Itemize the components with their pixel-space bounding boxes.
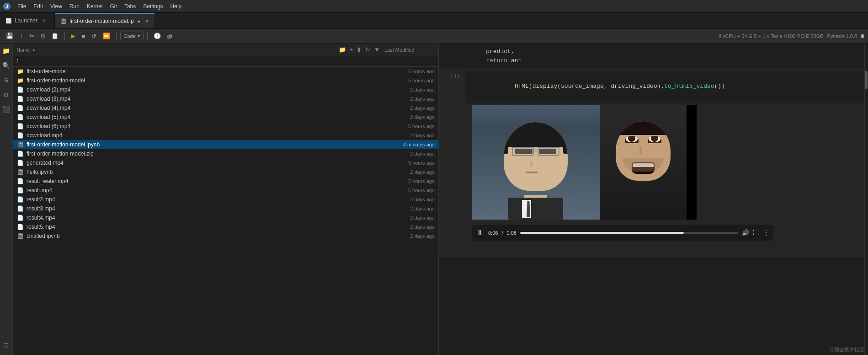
- tab-bar: ⬜ Launcher ✕ 📓 first-order-motion-model.…: [0, 13, 868, 29]
- menu-run[interactable]: Run: [66, 2, 83, 11]
- output-code-line: HTML(display(source_image, driving_video…: [466, 71, 864, 103]
- file-name-14: result2.mp4: [27, 196, 384, 203]
- video-time-separator: /: [501, 230, 503, 236]
- video-more-btn[interactable]: ⋮: [762, 228, 770, 237]
- stop-button[interactable]: ■: [80, 31, 88, 41]
- refresh-btn[interactable]: ↻: [364, 45, 371, 54]
- property-icon-btn[interactable]: ⬛: [1, 104, 12, 115]
- menu-settings[interactable]: Settings: [139, 2, 166, 11]
- menu-tabs[interactable]: Tabs: [121, 2, 139, 11]
- file-item-18[interactable]: 📓 Untitled.ipynb 2 days ago: [13, 231, 438, 241]
- file-name-12: result_water.mp4: [27, 178, 384, 184]
- tab-notebook[interactable]: 📓 first-order-motion-model.ip ● ✕: [55, 13, 155, 28]
- file-item-15[interactable]: 📄 result3.mp4 2 days ago: [13, 204, 438, 213]
- file-item-7[interactable]: 📄 download.mp4 2 days ago: [13, 131, 438, 140]
- paste-button[interactable]: 📋: [49, 31, 61, 41]
- output-content: HTML(display(source_image, driving_video…: [466, 71, 864, 255]
- file-modified-2: 2 days ago: [384, 87, 435, 92]
- git-icon-btn[interactable]: G: [1, 75, 12, 86]
- file-item-13[interactable]: 📄 result.mp4 5 hours ago: [13, 186, 438, 195]
- notebook-area: predict, return ani [2]: HTML(display(so…: [439, 43, 864, 355]
- file-item-11[interactable]: 📓 hello.ipynb 2 days ago: [13, 167, 438, 177]
- run-button[interactable]: ▶: [69, 31, 78, 41]
- file-item-17[interactable]: 📄 result5.mp4 2 days ago: [13, 222, 438, 231]
- play-pause-btn[interactable]: ⏸: [475, 228, 485, 238]
- file-item-8[interactable]: 📓 first-order-motion-model.ipynb 4 minut…: [13, 140, 438, 149]
- menu-edit[interactable]: Edit: [30, 2, 47, 11]
- cell-output-number: [2]:: [439, 71, 466, 255]
- modified-column-header[interactable]: Last Modified: [384, 47, 435, 53]
- search-icon-btn[interactable]: 🔍: [1, 60, 12, 71]
- code-line-2: return ani: [472, 56, 859, 65]
- launcher-icon: ⬜: [5, 18, 12, 24]
- files-icon-btn[interactable]: 📁: [1, 45, 12, 56]
- file-icon-16: 📄: [16, 214, 24, 221]
- video-time-current: 0:06: [488, 230, 498, 236]
- filter-btn[interactable]: ▼: [373, 45, 381, 54]
- tab-notebook-close[interactable]: ✕: [145, 18, 149, 24]
- upload-btn[interactable]: ⬆: [356, 45, 362, 54]
- extension-icon-btn[interactable]: ☰: [1, 340, 12, 351]
- add-cell-button[interactable]: +: [17, 31, 26, 41]
- tab-notebook-label: first-order-motion-model.ip: [69, 18, 134, 24]
- cell-output-images: ⏸ 0:06 / 0:08 🔊 ⛶ ⋮: [466, 103, 864, 255]
- settings-icon-btn[interactable]: ⚙: [1, 89, 12, 100]
- tab-launcher[interactable]: ⬜ Launcher ✕: [0, 13, 55, 28]
- file-item-9[interactable]: 📄 first-order-motion-model.zip 2 days ag…: [13, 149, 438, 158]
- file-name-11: hello.ipynb: [27, 169, 384, 175]
- right-scrollbar[interactable]: [864, 43, 868, 355]
- menu-git[interactable]: Git: [107, 2, 121, 11]
- file-icon-15: 📄: [16, 205, 24, 212]
- file-item-1[interactable]: 📁 first-order-motion-model 5 hours ago: [13, 76, 438, 85]
- file-item-2[interactable]: 📄 download (2).mp4 2 days ago: [13, 85, 438, 94]
- clock-button[interactable]: 🕐: [151, 31, 163, 41]
- file-name-0: first-order-model: [27, 68, 384, 75]
- source-image: [472, 105, 600, 220]
- file-item-6[interactable]: 📄 download (6).mp4 5 hours ago: [13, 122, 438, 131]
- file-modified-18: 2 days ago: [384, 233, 435, 239]
- file-item-12[interactable]: 📄 result_water.mp4 5 hours ago: [13, 177, 438, 186]
- kernel-status-dot: [861, 34, 864, 38]
- restart-button[interactable]: ↺: [89, 31, 99, 41]
- cell-type-dropdown[interactable]: Code ▾: [120, 32, 143, 40]
- save-button[interactable]: 💾: [4, 31, 16, 41]
- file-modified-10: 5 hours ago: [384, 160, 435, 166]
- file-icon-10: 📄: [16, 159, 24, 167]
- name-column-header[interactable]: Name ▲: [16, 47, 338, 53]
- kernel-info: 8 vCPU + 64 GiB + 1 x Tesla V100-PCIE-32…: [719, 33, 864, 39]
- fullscreen-btn[interactable]: ⛶: [753, 229, 759, 236]
- code-area-2[interactable]: predict, return ani: [466, 45, 864, 67]
- file-name-10: generated.mp4: [27, 160, 384, 166]
- new-launcher-btn[interactable]: +: [349, 45, 354, 54]
- menu-view[interactable]: View: [47, 2, 66, 11]
- file-name-17: result5.mp4: [27, 224, 384, 230]
- file-item-14[interactable]: 📄 result2.mp4 2 days ago: [13, 195, 438, 204]
- file-modified-3: 2 days ago: [384, 96, 435, 102]
- tab-launcher-close[interactable]: ✕: [42, 18, 46, 24]
- video-controls: ⏸ 0:06 / 0:08 🔊 ⛶ ⋮: [472, 225, 773, 241]
- new-folder-btn[interactable]: 📁: [338, 45, 347, 54]
- copy-button[interactable]: ⎘: [39, 31, 47, 41]
- volume-btn[interactable]: 🔊: [742, 229, 749, 236]
- file-name-5: download (5).mp4: [27, 114, 384, 120]
- file-item-5[interactable]: 📄 download (5).mp4 2 days ago: [13, 113, 438, 122]
- git-button[interactable]: git: [165, 32, 175, 40]
- file-item-3[interactable]: 📄 download (3).mp4 2 days ago: [13, 94, 438, 103]
- file-modified-13: 5 hours ago: [384, 188, 435, 193]
- file-item-10[interactable]: 📄 generated.mp4 5 hours ago: [13, 158, 438, 167]
- menu-kernel[interactable]: Kernel: [83, 2, 107, 11]
- file-item-0[interactable]: 📁 first-order-model 5 hours ago: [13, 67, 438, 76]
- file-item-16[interactable]: 📄 result4.mp4 2 days ago: [13, 213, 438, 222]
- file-icon-5: 📄: [16, 113, 24, 121]
- video-player[interactable]: ⏸ 0:06 / 0:08 🔊 ⛶ ⋮: [472, 225, 773, 241]
- file-item-4[interactable]: 📄 download (4).mp4 2 days ago: [13, 103, 438, 113]
- file-name-4: download (4).mp4: [27, 105, 384, 111]
- video-progress-bar[interactable]: [520, 232, 738, 234]
- scrollbar-thumb[interactable]: [865, 71, 868, 89]
- menu-file[interactable]: File: [14, 2, 30, 11]
- file-modified-1: 5 hours ago: [384, 78, 435, 83]
- menu-help[interactable]: Help: [167, 2, 186, 11]
- cut-button[interactable]: ✂: [27, 31, 37, 41]
- toolbar: 💾 + ✂ ⎘ 📋 ▶ ■ ↺ ⏩ Code ▾ 🕐 git 8 vCPU + …: [0, 29, 868, 43]
- run-all-button[interactable]: ⏩: [101, 31, 112, 41]
